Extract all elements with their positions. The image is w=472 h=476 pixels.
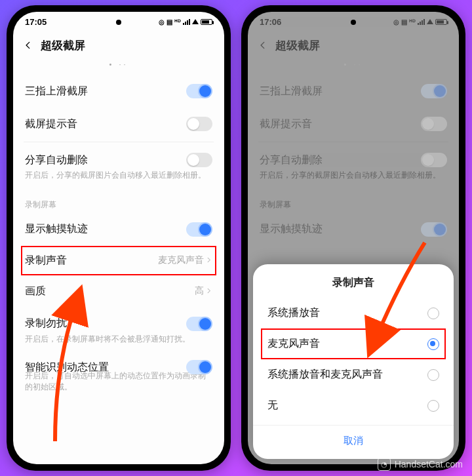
watermark-icon: ◔ [378, 458, 391, 471]
hd-icon: ᴴᴰ [174, 18, 181, 26]
dialog-cancel-button[interactable]: 取消 [265, 426, 442, 454]
row-label: 显示触摸轨迹 [25, 222, 88, 236]
chevron-right-icon [205, 255, 212, 266]
dialog-option-both[interactable]: 系统播放音和麦克风声音 [265, 359, 442, 390]
dialog-title: 录制声音 [265, 276, 442, 298]
phone-left: 17:05 ◎ ▤ ᴴᴰ 超级截屏 • ·· 三指上滑截屏 [7, 5, 231, 471]
row-subtext: 开启后，在录制屏幕时将不会被悬浮通知打扰。 [24, 334, 214, 345]
row-value: 麦克风声音 [158, 254, 212, 266]
status-icons: ◎ ▤ ᴴᴰ [159, 18, 212, 26]
row-value: 高 [195, 285, 212, 297]
row-subtext: 开启后，可自动选中屏幕上的动态位置作为动画录制的初始区域。 [24, 370, 214, 392]
toggle-on[interactable] [186, 317, 212, 331]
status-time: 17:05 [25, 17, 47, 27]
toggle-on [421, 84, 447, 98]
toggle-off [421, 117, 447, 131]
option-label: 系统播放音和麦克风声音 [267, 368, 383, 382]
row-show-touch[interactable]: 显示触摸轨迹 [24, 213, 214, 246]
screen-right: 17:06 ◎ ▤ ᴴᴰ 超级截屏 • ·· 三指上滑截屏 [248, 12, 459, 464]
vibrate-icon: ▤ [401, 18, 407, 26]
nfc-icon: ◎ [159, 18, 165, 26]
camera-dot [116, 20, 121, 25]
signal-icon [183, 19, 190, 25]
row-quality[interactable]: 画质 高 [24, 275, 214, 307]
option-label: 系统播放音 [267, 306, 320, 320]
hd-icon: ᴴᴰ [409, 18, 416, 26]
dialog-option-mic[interactable]: 麦克风声音 [261, 328, 446, 359]
row-three-finger: 三指上滑截屏 [258, 75, 448, 108]
toggle-off [421, 153, 447, 167]
page-indicator: • ·· [248, 59, 459, 75]
toggle-on [421, 222, 447, 237]
back-icon[interactable] [257, 39, 269, 51]
watermark: ◔ HandsetCat.com [378, 458, 463, 471]
page-title: 超级截屏 [275, 38, 320, 53]
row-label: 录制声音 [25, 254, 67, 268]
row-label: 画质 [25, 285, 46, 298]
option-label: 麦克风声音 [267, 337, 320, 351]
row-sound-tip[interactable]: 截屏提示音 [24, 108, 214, 140]
settings-content[interactable]: 三指上滑截屏 截屏提示音 分享自动删除 开启后，分享的截屏图片会自动移入最近删除… [13, 75, 224, 464]
toggle-on[interactable] [186, 84, 212, 98]
radio-unselected[interactable] [427, 369, 439, 381]
row-label: 截屏提示音 [260, 117, 312, 131]
radio-unselected[interactable] [427, 400, 439, 412]
section-title: 录制屏幕 [258, 188, 448, 213]
row-label: 分享自动删除 [260, 153, 323, 167]
row-label: 显示触摸轨迹 [260, 222, 323, 236]
divider [24, 142, 214, 142]
wifi-icon [427, 19, 433, 24]
option-label: 无 [267, 399, 278, 412]
battery-icon [435, 19, 447, 25]
row-show-touch: 显示触摸轨迹 [258, 213, 448, 246]
row-sound-tip: 截屏提示音 [258, 108, 448, 140]
phone-right: 17:06 ◎ ▤ ᴴᴰ 超级截屏 • ·· 三指上滑截屏 [241, 5, 465, 471]
nfc-icon: ◎ [393, 18, 399, 26]
chevron-right-icon [205, 286, 212, 296]
radio-unselected[interactable] [427, 307, 439, 319]
wifi-icon [192, 19, 199, 24]
back-icon[interactable] [22, 39, 34, 51]
page-header: 超级截屏 [13, 31, 224, 59]
row-label: 截屏提示音 [25, 117, 77, 131]
screen-left: 17:05 ◎ ▤ ᴴᴰ 超级截屏 • ·· 三指上滑截屏 [13, 12, 224, 464]
record-sound-dialog: 录制声音 系统播放音 麦克风声音 系统播放音和麦克风声音 无 [253, 264, 454, 459]
divider [258, 142, 448, 142]
watermark-text: HandsetCat.com [395, 459, 463, 469]
page-title: 超级截屏 [41, 38, 85, 53]
status-icons: ◎ ▤ ᴴᴰ [393, 18, 447, 26]
battery-icon [201, 19, 212, 25]
dialog-option-none[interactable]: 无 [265, 390, 442, 421]
row-three-finger[interactable]: 三指上滑截屏 [24, 75, 214, 108]
row-label: 三指上滑截屏 [260, 85, 323, 98]
signal-icon [418, 19, 425, 25]
toggle-off[interactable] [186, 153, 212, 167]
page-indicator: • ·· [13, 59, 224, 75]
toggle-off[interactable] [186, 117, 212, 131]
row-label: 三指上滑截屏 [25, 85, 88, 98]
vibrate-icon: ▤ [167, 18, 172, 26]
toggle-on[interactable] [186, 222, 212, 237]
radio-selected[interactable] [427, 338, 439, 350]
section-title: 录制屏幕 [24, 188, 214, 213]
status-time: 17:06 [260, 17, 281, 27]
row-record-sound[interactable]: 录制声音 麦克风声音 [21, 246, 216, 275]
row-label: 分享自动删除 [25, 153, 88, 167]
dialog-option-system[interactable]: 系统播放音 [265, 298, 442, 328]
status-bar: 17:06 ◎ ▤ ᴴᴰ [248, 12, 459, 31]
toggle-on[interactable] [186, 360, 212, 374]
row-subtext: 开启后，分享的截屏图片会自动移入最近删除相册。 [258, 170, 448, 181]
row-label: 录制勿扰 [25, 317, 67, 330]
page-header: 超级截屏 [248, 31, 459, 59]
row-subtext: 开启后，分享的截屏图片会自动移入最近删除相册。 [24, 170, 214, 181]
